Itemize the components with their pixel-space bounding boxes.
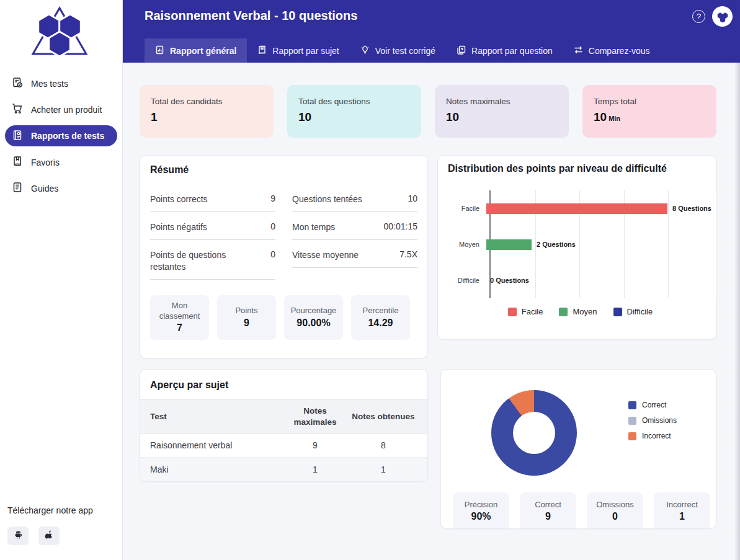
mini-card-pourcentage: Pourcentage 90.00% bbox=[284, 295, 343, 340]
tab-label: Rapport par sujet bbox=[272, 46, 339, 56]
stat-value: 10 bbox=[298, 110, 421, 124]
tab-rapport-general[interactable]: Rapport général bbox=[145, 38, 247, 63]
accuracy-donut-panel: Correct Omissions Incorrect Précision 90… bbox=[440, 369, 716, 529]
resume-title: Résumé bbox=[150, 164, 417, 176]
sidebar-item-label: Mes tests bbox=[31, 79, 68, 89]
resume-stat-points-corrects: Points corrects9 bbox=[150, 193, 275, 212]
legend-swatch-difficile bbox=[613, 308, 622, 316]
difficulty-chart-panel: Distribution des points par niveau de di… bbox=[437, 155, 716, 340]
tab-label: Rapport général bbox=[170, 46, 236, 56]
app-root: Mes tests Acheter un produit bbox=[0, 0, 740, 560]
sidebar-item-label: Guides bbox=[31, 184, 58, 193]
stat-unit: Min bbox=[608, 115, 620, 122]
sidebar-item-label: Acheter un produit bbox=[31, 105, 102, 115]
table-row[interactable]: Maki 1 1 bbox=[140, 458, 427, 481]
resume-stat-points-negatifs: Points négatifs0 bbox=[150, 221, 275, 240]
stat-card-notes-max: Notes maximales 10 bbox=[435, 85, 569, 138]
mini-card-percentile: Percentile 14.29 bbox=[351, 295, 410, 340]
tab-label: Comparez-vous bbox=[589, 46, 650, 56]
help-icon[interactable]: ? bbox=[692, 10, 705, 23]
sidebar-item-guides[interactable]: Guides bbox=[0, 178, 122, 198]
sidebar-item-label: Rapports de tests bbox=[31, 131, 104, 141]
hexagon-logo-icon bbox=[29, 4, 91, 60]
pages-icon bbox=[457, 45, 466, 56]
card-precision: Précision 90% bbox=[453, 492, 509, 529]
accuracy-donut-chart bbox=[491, 390, 577, 476]
bar-row-moyen: Moyen 2 Questions bbox=[448, 226, 713, 262]
download-app-label: Télécharger notre app bbox=[7, 505, 93, 515]
accuracy-cards-row: Précision 90% Correct 9 Omissions 0 Inco… bbox=[453, 492, 710, 529]
bar-facile bbox=[486, 203, 667, 214]
bookmark-icon bbox=[12, 156, 23, 169]
tab-label: Voir test corrigé bbox=[375, 46, 435, 56]
book-icon bbox=[257, 45, 267, 56]
cart-icon bbox=[12, 103, 23, 116]
vertical-scrollbar[interactable] bbox=[735, 63, 740, 560]
table-row[interactable]: Raisonnement verbal 9 8 bbox=[140, 433, 427, 458]
sidebar: Mes tests Acheter un produit bbox=[0, 0, 123, 560]
tab-comparez-vous[interactable]: Comparez-vous bbox=[563, 38, 661, 63]
card-incorrect: Incorrect 1 bbox=[654, 492, 710, 529]
difficulty-bar-chart: Facile 8 Questions Moyen 2 Questions bbox=[448, 190, 713, 298]
app-logo[interactable] bbox=[0, 0, 122, 62]
card-omissions: Omissions 0 bbox=[587, 492, 643, 529]
sidebar-item-rapports[interactable]: Rapports de tests bbox=[5, 125, 117, 146]
apple-icon bbox=[44, 530, 55, 543]
donut-hole bbox=[513, 412, 555, 454]
main-content: Total des candidats 1 Total des question… bbox=[123, 63, 740, 560]
sidebar-item-acheter[interactable]: Acheter un produit bbox=[0, 99, 122, 120]
bar-row-difficile: Difficile 0 Questions bbox=[448, 262, 713, 298]
mini-card-classement: Mon classement 7 bbox=[150, 295, 209, 340]
report-tabs: Rapport général Rapport par sujet bbox=[145, 38, 661, 63]
stat-card-candidats: Total des candidats 1 bbox=[140, 85, 274, 138]
stat-cards-row: Total des candidats 1 Total des question… bbox=[140, 85, 740, 138]
table-header: Test Notes maximales Notes obtenues bbox=[140, 399, 427, 433]
resume-stat-vitesse: Vitesse moyenne7.5X bbox=[292, 249, 417, 268]
stat-card-questions: Total des questions 10 bbox=[287, 85, 421, 138]
report-book-icon bbox=[12, 130, 23, 143]
legend-swatch-incorrect bbox=[628, 432, 636, 440]
android-store-button[interactable] bbox=[7, 527, 29, 545]
legend-swatch-correct bbox=[628, 401, 636, 409]
bar-row-facile: Facile 8 Questions bbox=[448, 190, 713, 226]
resume-stat-questions-tentees: Questions tentées10 bbox=[292, 193, 417, 212]
download-app-section: Télécharger notre app bbox=[7, 505, 93, 545]
stat-label: Total des questions bbox=[298, 97, 421, 106]
stat-value: 10Min bbox=[594, 110, 716, 124]
legend-swatch-omissions bbox=[628, 417, 636, 425]
sidebar-item-favoris[interactable]: Favoris bbox=[0, 152, 122, 172]
android-icon bbox=[13, 530, 24, 543]
difficulty-legend: Facile Moyen Difficile bbox=[448, 307, 713, 316]
stat-label: Total des candidats bbox=[151, 97, 274, 106]
tab-voir-test-corrige[interactable]: Voir test corrigé bbox=[350, 38, 446, 63]
stat-card-temps-total: Temps total 10Min bbox=[582, 85, 716, 138]
resume-panel: Résumé Points corrects9 Points négatifs0… bbox=[140, 155, 428, 358]
lightbulb-icon bbox=[360, 45, 370, 56]
document-icon bbox=[12, 182, 23, 195]
tab-label: Rapport par question bbox=[471, 46, 553, 56]
tab-rapport-par-question[interactable]: Rapport par question bbox=[446, 38, 563, 63]
subject-table-title: Aperçu par sujet bbox=[140, 370, 427, 399]
tests-icon bbox=[12, 77, 23, 90]
stat-value: 1 bbox=[151, 110, 274, 124]
donut-legend: Correct Omissions Incorrect bbox=[628, 401, 677, 440]
bar-moyen bbox=[486, 239, 532, 250]
compare-arrows-icon bbox=[574, 45, 583, 56]
apple-store-button[interactable] bbox=[38, 527, 60, 545]
mini-card-points: Points 9 bbox=[217, 295, 276, 340]
page-title: Raisonnement Verbal - 10 questions bbox=[145, 9, 357, 23]
avatar[interactable] bbox=[712, 6, 733, 27]
report-chart-icon bbox=[155, 45, 164, 56]
resume-stat-points-restants: Points de questions restantes0 bbox=[150, 249, 275, 280]
page-header: Raisonnement Verbal - 10 questions ? Rap… bbox=[123, 0, 740, 63]
subject-table-panel: Aperçu par sujet Test Notes maximales No… bbox=[140, 369, 428, 482]
legend-swatch-moyen bbox=[559, 308, 568, 316]
card-correct: Correct 9 bbox=[520, 492, 576, 529]
sidebar-item-mes-tests[interactable]: Mes tests bbox=[0, 73, 122, 94]
avatar-logo-icon bbox=[715, 10, 730, 24]
resume-stat-mon-temps: Mon temps00:01:15 bbox=[292, 221, 417, 240]
stat-value: 10 bbox=[446, 110, 569, 124]
tab-rapport-par-sujet[interactable]: Rapport par sujet bbox=[247, 38, 349, 63]
sidebar-item-label: Favoris bbox=[31, 158, 60, 167]
sidebar-nav: Mes tests Acheter un produit bbox=[0, 73, 122, 198]
